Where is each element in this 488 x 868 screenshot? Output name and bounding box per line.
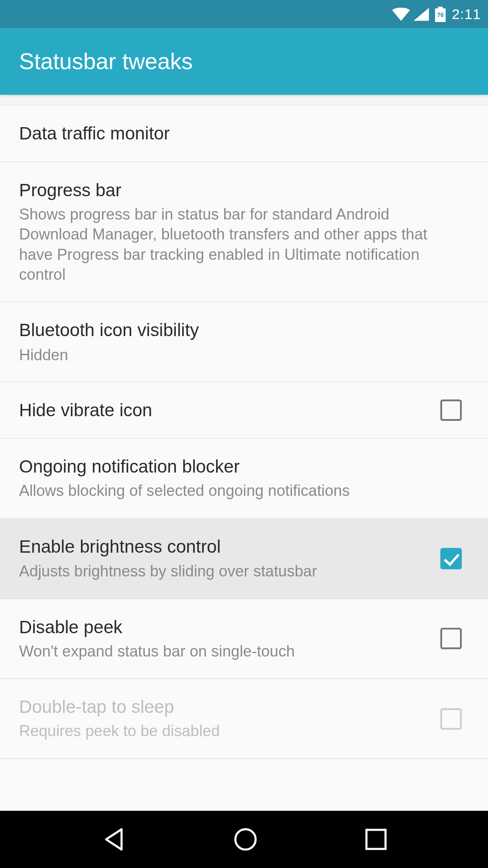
pref-hide-vibrate-icon[interactable]: Hide vibrate icon bbox=[0, 382, 488, 439]
pref-summary: Hidden bbox=[19, 345, 459, 365]
battery-percent: 76 bbox=[437, 11, 444, 18]
pref-title: Progress bar bbox=[19, 178, 459, 201]
pref-title: Hide vibrate icon bbox=[19, 399, 431, 422]
pref-ongoing-notification-blocker[interactable]: Ongoing notification blocker Allows bloc… bbox=[0, 439, 488, 519]
pref-title: Double-tap to sleep bbox=[19, 696, 431, 718]
pref-data-traffic-monitor[interactable]: Data traffic monitor bbox=[0, 106, 488, 162]
app-bar: Statusbar tweaks bbox=[0, 28, 488, 95]
pref-summary: Allows blocking of selected ongoing noti… bbox=[19, 481, 459, 502]
battery-icon: 76 bbox=[435, 6, 446, 22]
pref-title: Ongoing notification blocker bbox=[19, 456, 459, 478]
checkbox-brightness-control[interactable] bbox=[440, 548, 462, 570]
page-title: Statusbar tweaks bbox=[19, 49, 193, 74]
pref-bluetooth-icon-visibility[interactable]: Bluetooth icon visibility Hidden bbox=[0, 302, 488, 382]
pref-title: Enable brightness control bbox=[19, 536, 431, 558]
checkbox-double-tap bbox=[440, 708, 462, 729]
list-gap bbox=[0, 95, 488, 106]
signal-icon bbox=[414, 8, 430, 21]
checkbox-hide-vibrate[interactable] bbox=[440, 400, 462, 421]
pref-summary: Shows progress bar in status bar for sta… bbox=[19, 204, 459, 285]
pref-double-tap-to-sleep: Double-tap to sleep Requires peek to be … bbox=[0, 679, 488, 759]
checkbox-disable-peek[interactable] bbox=[440, 628, 462, 649]
pref-progress-bar[interactable]: Progress bar Shows progress bar in statu… bbox=[0, 162, 488, 303]
pref-summary: Adjusts brightness by sliding over statu… bbox=[19, 562, 431, 582]
nav-home-button[interactable] bbox=[233, 827, 258, 852]
svg-point-0 bbox=[235, 829, 255, 850]
preference-list[interactable]: Data traffic monitor Progress bar Shows … bbox=[0, 95, 488, 759]
pref-title: Disable peek bbox=[19, 615, 431, 638]
status-clock: 2:11 bbox=[452, 6, 481, 22]
nav-recents-button[interactable] bbox=[364, 828, 387, 851]
pref-enable-brightness-control[interactable]: Enable brightness control Adjusts bright… bbox=[0, 519, 488, 599]
pref-disable-peek[interactable]: Disable peek Won't expand status bar on … bbox=[0, 599, 488, 679]
pref-summary: Requires peek to be disabled bbox=[19, 722, 431, 742]
pref-title: Data traffic monitor bbox=[19, 122, 459, 145]
pref-summary: Won't expand status bar on single-touch bbox=[19, 642, 431, 662]
nav-back-button[interactable] bbox=[101, 827, 126, 852]
navigation-bar bbox=[0, 811, 488, 868]
svg-rect-1 bbox=[366, 830, 385, 849]
system-status-bar: 76 2:11 bbox=[0, 0, 488, 28]
pref-title: Bluetooth icon visibility bbox=[19, 319, 459, 342]
wifi-icon bbox=[392, 8, 410, 21]
